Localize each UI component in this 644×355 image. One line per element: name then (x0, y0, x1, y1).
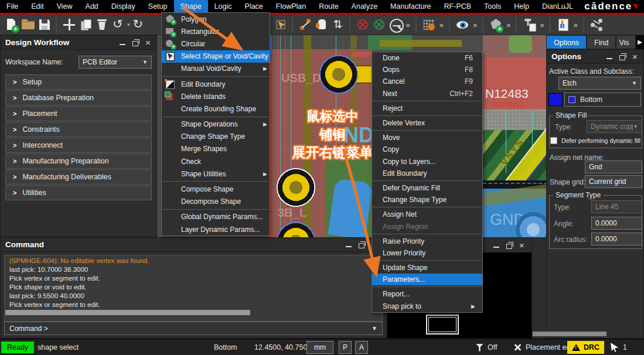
shape-menu-item-create-bounding-shape[interactable]: Create Bounding Shape (162, 103, 270, 115)
menubar-item-manufacture[interactable]: Manufacture (384, 0, 437, 13)
menubar-item-analyze[interactable]: Analyze (345, 0, 384, 13)
context-menu-item-copy[interactable]: Copy (372, 144, 482, 155)
context-menu-item-assign-net[interactable]: Assign Net (372, 209, 482, 220)
tab-options[interactable]: Options (546, 35, 587, 49)
tab-vis[interactable]: Vis (616, 35, 636, 49)
command-input[interactable]: Command > ▼ (4, 322, 383, 335)
shape-add-icon[interactable] (489, 18, 503, 32)
overflow-chevron-icon[interactable]: » (574, 21, 578, 29)
layer-color-swatch[interactable] (548, 93, 563, 106)
shape-menu-item-check[interactable]: Check (162, 155, 270, 168)
menubar-item-help[interactable]: Help (507, 0, 536, 13)
grid-icon[interactable] (422, 18, 436, 32)
shape-menu-item-circular[interactable]: Circular (162, 37, 270, 50)
workflow-item-constraints[interactable]: >Constraints (5, 122, 152, 137)
workflow-item-database-preparation[interactable]: >Database Preparation (5, 90, 152, 105)
angle-input[interactable]: 0.0000 (591, 217, 642, 230)
workflow-item-interconnect[interactable]: >Interconnect (5, 138, 152, 153)
context-menu-item-copy-to-layers[interactable]: Copy to Layers... (372, 156, 482, 168)
context-menu-item-next[interactable]: NextCtrl+F2 (372, 88, 482, 100)
drc-status[interactable]: DRC (567, 341, 604, 354)
context-menu-item-raise-priority[interactable]: Raise Priority (372, 235, 482, 247)
console-scrollbar[interactable] (5, 310, 250, 315)
menubar-item-display[interactable]: Display (105, 0, 142, 13)
workspace-name-dropdown[interactable]: PCB Editor▼ (79, 56, 152, 69)
units-button[interactable]: mm (306, 341, 333, 354)
workflow-item-setup[interactable]: >Setup (5, 74, 152, 90)
overflow-chevron-icon[interactable]: » (540, 21, 544, 29)
close-icon[interactable] (519, 242, 526, 249)
shape-menu-item-manual-void-cavity[interactable]: Manual Void/Cavity▶ (162, 63, 270, 75)
shape-menu-item-polygon[interactable]: Polygon (162, 13, 270, 25)
shape-menu-item-shape-operations[interactable]: Shape Operations▶ (162, 118, 270, 131)
context-menu-item-reject[interactable]: Reject (372, 103, 482, 114)
restore-icon[interactable] (506, 242, 513, 249)
redo-icon[interactable] (132, 18, 146, 32)
command-history-dropdown-icon[interactable]: ▼ (372, 325, 377, 332)
ratsnest-green-icon[interactable] (372, 18, 386, 32)
overflow-chevron-icon[interactable]: » (406, 21, 410, 29)
context-menu-item-oops[interactable]: OopsF8 (372, 64, 482, 76)
move-icon[interactable] (62, 18, 76, 32)
shape-menu-item-rectangular[interactable]: Rectangular (162, 25, 270, 37)
route-icon[interactable] (298, 18, 312, 32)
menubar-item-edit[interactable]: Edit (25, 0, 50, 13)
context-menu-item-change-shape-type[interactable]: Change Shape Type (372, 194, 482, 206)
close-icon[interactable] (145, 39, 152, 46)
context-menu-item-snap-pick-to[interactable]: Snap pick to▶ (372, 301, 482, 312)
context-menu-item-defer-dynamic-fill[interactable]: Defer Dynamic Fill (372, 182, 482, 194)
context-menu-item-cancel[interactable]: CancelF9 (372, 76, 482, 87)
context-menu-item-done[interactable]: DoneF6 (372, 52, 482, 64)
workflow-item-utilities[interactable]: >Utilities (5, 185, 152, 200)
tab-find[interactable]: Find (587, 35, 616, 49)
shape-menu-item-select-shape-or-void-cavity[interactable]: Select Shape or Void/Cavity (162, 50, 270, 63)
ratsnest-red-icon[interactable] (356, 18, 370, 32)
a-button[interactable]: A (355, 341, 368, 354)
shape-menu-item-decompose-shape[interactable]: Decompose Shape (162, 196, 270, 208)
overflow-chevron-icon[interactable]: » (506, 21, 510, 29)
new-file-icon[interactable] (5, 18, 19, 32)
open-folder-icon[interactable] (21, 18, 35, 32)
menubar-item-route[interactable]: Route (312, 0, 345, 13)
context-menu-item-delete-vertex[interactable]: Delete Vertex (372, 117, 482, 129)
subclass-row[interactable]: Bottom (564, 93, 641, 107)
menubar-item-file[interactable]: File (0, 0, 25, 13)
shape-menu-item-merge-shapes[interactable]: Merge Shapes (162, 143, 270, 155)
slide-icon[interactable] (315, 18, 329, 32)
shape-menu-item-delete-islands[interactable]: Delete Islands (162, 90, 270, 103)
defer-fill-checkbox[interactable] (550, 137, 557, 144)
minimize-icon[interactable] (119, 39, 126, 46)
edit-mode-status[interactable]: Placement edit (513, 339, 574, 355)
context-menu-item-parameters[interactable]: Parameters... (372, 274, 482, 285)
tab-overflow-arrow[interactable]: ▶ (636, 35, 644, 49)
minimize-icon[interactable] (606, 53, 613, 60)
share-icon[interactable] (590, 18, 604, 32)
undo-icon[interactable] (111, 18, 125, 32)
shape-menu-item-edit-boundary[interactable]: Edit Boundary (162, 78, 270, 90)
menubar-item-rf-pcb[interactable]: RF-PCB (438, 0, 478, 13)
restore-icon[interactable] (358, 241, 365, 248)
report-icon[interactable] (556, 18, 570, 32)
copy-icon[interactable] (79, 18, 93, 32)
context-menu-item-update-shape[interactable]: Update Shape (372, 262, 482, 274)
close-icon[interactable] (632, 53, 639, 60)
shape-menu-item-layer-dynamic-params[interactable]: Layer Dynamic Params... (162, 223, 270, 235)
p-button[interactable]: P (339, 341, 352, 354)
overflow-chevron-icon[interactable]: » (439, 21, 444, 29)
menubar-item-add[interactable]: Add (79, 0, 105, 13)
context-menu-item-move[interactable]: Move (372, 132, 482, 144)
context-menu-item-report[interactable]: Report... (372, 288, 482, 300)
selection-count[interactable]: 1 (611, 339, 627, 355)
menubar-item-view[interactable]: View (50, 0, 79, 13)
panel-scrollbar[interactable] (533, 332, 606, 336)
restore-icon[interactable] (619, 53, 626, 60)
context-menu-item-lower-priority[interactable]: Lower Priority (372, 247, 482, 259)
workflow-item-manufacturing-deliverables[interactable]: >Manufacturing Deliverables (5, 169, 152, 185)
shape-menu-item-global-dynamic-params[interactable]: Global Dynamic Params... (162, 211, 270, 223)
menubar-item-shape[interactable]: Shape (174, 0, 208, 13)
eye-icon[interactable] (455, 18, 469, 32)
menubar-item-setup[interactable]: Setup (142, 0, 174, 13)
restore-icon[interactable] (132, 39, 139, 46)
menubar-item-tools[interactable]: Tools (478, 0, 507, 13)
swap-icon[interactable] (331, 18, 345, 32)
